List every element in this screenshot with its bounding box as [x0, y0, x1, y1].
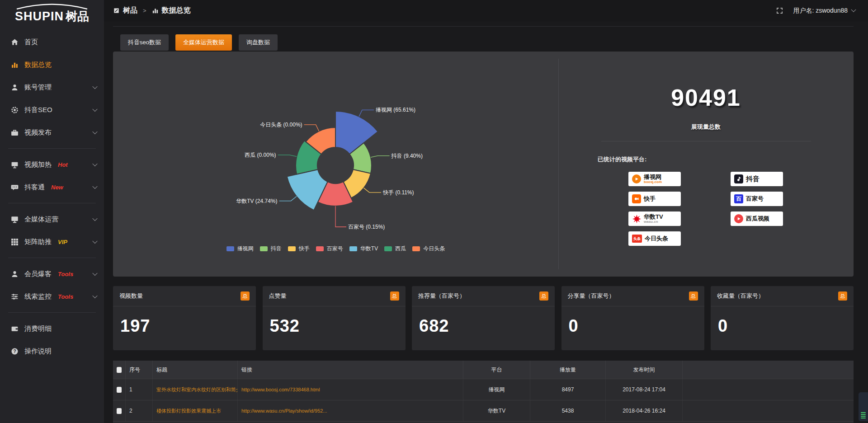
legend-label: 快手 [299, 245, 310, 253]
briefcase-icon [11, 129, 19, 136]
pie-label-line [304, 125, 319, 131]
legend-item-今日头条[interactable]: 今日头条 [412, 245, 445, 253]
chevron-down-icon [92, 184, 97, 189]
sidebar-item-home[interactable]: 首页 [0, 31, 104, 53]
legend-item-华数TV[interactable]: 华数TV [349, 245, 378, 253]
chevron-down-icon [92, 216, 97, 221]
col-header-link: 链接 [238, 361, 463, 379]
legend-label: 播视网 [237, 245, 254, 253]
legend-item-百家号[interactable]: 百家号 [316, 245, 343, 253]
pie-label-line [278, 155, 297, 157]
legend-item-快手[interactable]: 快手 [288, 245, 310, 253]
platforms-title: 已统计的视频平台: [598, 155, 646, 164]
sidebar-item-label: 抖客通 [24, 183, 45, 192]
legend-item-播视网[interactable]: 播视网 [226, 245, 254, 253]
legend-item-西瓜[interactable]: 西瓜 [384, 245, 406, 253]
tab-inquiry-data[interactable]: 询盘数据 [239, 34, 278, 51]
legend-item-抖音[interactable]: 抖音 [260, 245, 282, 253]
pie-label: 华数TV (24.74%) [236, 198, 277, 204]
cell-url-link[interactable]: http://www.wasu.cn/Play/show/id/952... [238, 400, 463, 421]
legend-label: 百家号 [327, 245, 343, 253]
legend-swatch [349, 246, 357, 251]
sidebar-item-data-overview[interactable]: 数据总览 [0, 53, 104, 76]
sidebar: SHUPIN树品 首页 数据总览 账号管理 抖音SEO 视频发布 视频 [0, 0, 104, 423]
toutiao-logo: 头条 [632, 235, 642, 243]
legend-swatch [384, 246, 392, 251]
chevron-down-icon [92, 239, 97, 244]
sidebar-item-instructions[interactable]: 操作说明 [0, 340, 104, 362]
pie-label-line [359, 110, 374, 116]
pie-label-line [279, 197, 297, 201]
cell-title-link[interactable]: 楼体投影灯投影效果震撼上市 [153, 400, 238, 421]
chevron-down-icon [92, 107, 97, 112]
vip-badge: VIP [58, 239, 67, 245]
tab-douyin-seo-data[interactable]: 抖音seo数据 [120, 34, 169, 51]
platform-badge-wasu: 华数TVwasu.cn [628, 212, 681, 226]
col-header-platform: 平台 [463, 361, 530, 379]
stat-value: 0 [561, 306, 704, 336]
sidebar-item-label: 视频发布 [24, 128, 52, 137]
tab-omnimedia-data[interactable]: 全媒体运营数据 [175, 34, 232, 51]
total-badge: 总 [390, 291, 399, 301]
wallet-icon [11, 325, 19, 333]
platform-badge-toutiao: 头条 今日头条 [628, 231, 681, 246]
platform-badge-boosj: 播视网boosj.com [628, 172, 681, 186]
chevron-down-icon [92, 129, 97, 134]
cell-empty [683, 400, 854, 421]
pie-slice-播视网[interactable] [335, 111, 378, 154]
sidebar-item-consumption[interactable]: 消费明细 [0, 317, 104, 340]
sidebar-item-account[interactable]: 账号管理 [0, 76, 104, 99]
stat-value: 682 [412, 306, 555, 336]
cell-publish-time: 2017-08-24 17:04 [606, 379, 683, 400]
cell-plays: 5438 [530, 400, 606, 421]
pie-label-line [335, 206, 346, 227]
stat-card-shares: 分享量（百家号）总 0 [561, 286, 704, 350]
table-row: 2 楼体投影灯投影效果震撼上市 http://www.wasu.cn/Play/… [113, 400, 854, 422]
sidebar-divider [8, 203, 96, 203]
logo-text-cjk: 树品 [66, 9, 89, 23]
table-row: 1 室外水纹灯和室内水纹灯的区别和简介 http://www.boosj.com… [113, 379, 854, 400]
user-icon [11, 84, 19, 91]
sidebar-item-omnimedia[interactable]: 全媒体运营 [0, 208, 104, 230]
question-icon [11, 348, 19, 355]
sidebar-item-video-publish[interactable]: 视频发布 [0, 121, 104, 144]
sidebar-divider [8, 258, 96, 258]
legend-label: 今日头条 [423, 245, 445, 253]
xigua-logo [734, 214, 743, 223]
sidebar-item-lead-monitor[interactable]: 线索监控 Tools [0, 285, 104, 308]
sidebar-divider [8, 312, 96, 313]
breadcrumb-root[interactable]: 树品 [113, 6, 137, 15]
sidebar-item-video-heat[interactable]: 视频加热 Hot [0, 153, 104, 176]
douyin-logo [734, 174, 743, 183]
cell-platform: 播视网 [463, 379, 530, 400]
app-logo: SHUPIN树品 [0, 0, 104, 31]
fullscreen-icon[interactable] [776, 7, 783, 14]
col-header-publish-time: 发布时间 [606, 361, 683, 379]
cell-title-link[interactable]: 室外水纹灯和室内水纹灯的区别和简介 [153, 379, 238, 400]
sidebar-item-matrix-boost[interactable]: 矩阵助推 VIP [0, 230, 104, 253]
sidebar-nav: 首页 数据总览 账号管理 抖音SEO 视频发布 视频加热 Hot [0, 31, 104, 362]
chevron-down-icon [92, 293, 97, 298]
row-checkbox[interactable] [117, 387, 122, 393]
cell-index: 1 [126, 379, 153, 400]
document-icon [113, 7, 120, 14]
username-label: 用户名: zswodun88 [793, 7, 848, 15]
cell-url-link[interactable]: http://www.boosj.com/7338468.html [238, 379, 463, 400]
sidebar-item-douyin-seo[interactable]: 抖音SEO [0, 99, 104, 121]
row-checkbox[interactable] [117, 408, 122, 414]
topbar: 树品 > 数据总览 用户名: zswodun88 [104, 0, 868, 21]
cell-publish-time: 2018-04-26 16:24 [606, 400, 683, 421]
sidebar-item-douketong[interactable]: 抖客通 New [0, 176, 104, 198]
select-all-checkbox[interactable] [117, 367, 122, 373]
stat-value: 532 [263, 306, 406, 336]
logo-arc-icon [14, 4, 90, 9]
pie-label-line [364, 188, 382, 193]
floating-widget[interactable] [859, 392, 868, 421]
user-menu[interactable]: 用户名: zswodun88 [793, 7, 855, 15]
legend-label: 西瓜 [395, 245, 406, 253]
breadcrumb-current[interactable]: 数据总览 [152, 6, 191, 15]
sidebar-item-label: 全媒体运营 [24, 215, 58, 224]
sidebar-item-member-burst[interactable]: 会员爆客 Tools [0, 263, 104, 285]
stat-cards: 视频数量总 197 点赞量总 532 推荐量（百家号）总 682 分享量（百家号… [113, 286, 854, 350]
stat-value: 197 [113, 306, 256, 336]
